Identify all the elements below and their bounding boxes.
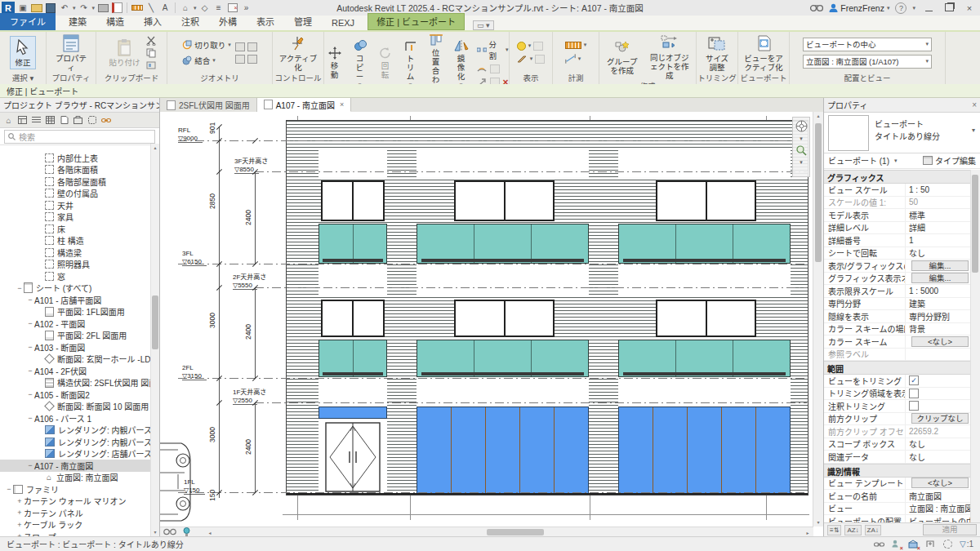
minus-expander-icon[interactable]: −: [16, 284, 24, 292]
qat-overflow-icon[interactable]: »: [241, 2, 252, 13]
browser-sheet-icon[interactable]: [59, 115, 69, 126]
reveal-hidden-icon[interactable]: [517, 42, 526, 51]
revit-logo-icon[interactable]: R: [2, 2, 15, 14]
wall-opening-icon[interactable]: [235, 42, 245, 51]
vertical-opening-icon[interactable]: [235, 55, 245, 64]
tree-item[interactable]: 天井: [0, 199, 151, 211]
browser-group-icon[interactable]: [87, 115, 97, 126]
undo-icon[interactable]: ↶: [59, 2, 70, 13]
view-tab-a107[interactable]: A107 - 南立面図 ×: [257, 98, 352, 112]
property-value[interactable]: 標準: [905, 209, 971, 221]
panel-label-viewport[interactable]: ビューポート: [738, 73, 789, 84]
worksets-icon[interactable]: ×: [908, 540, 919, 549]
level-label[interactable]: 2F天井高さ▽5550: [233, 273, 266, 290]
wheel-caret-icon[interactable]: ▾: [800, 136, 803, 142]
help-caret-icon[interactable]: ▾: [912, 5, 915, 11]
browser-schedule-icon[interactable]: [45, 115, 56, 126]
window-3f-left[interactable]: [321, 180, 385, 221]
property-value-button[interactable]: クリップなし: [911, 413, 969, 424]
design-options-icon[interactable]: [925, 540, 936, 549]
level-label[interactable]: 3F天井高さ▽8550: [234, 158, 268, 174]
properties-section-header[interactable]: 範囲: [824, 361, 971, 375]
instance-filter[interactable]: ビューポート (1): [828, 154, 889, 167]
minus-expander-icon[interactable]: −: [26, 461, 34, 469]
property-value[interactable]: 22659.2: [905, 425, 971, 438]
tree-item[interactable]: +ケーブル ラック: [0, 519, 151, 531]
minus-expander-icon[interactable]: −: [26, 343, 34, 351]
tree-item[interactable]: −ファミリ: [0, 483, 151, 495]
panel-label-select[interactable]: 選択 ▾: [0, 73, 46, 84]
search-binoculars-icon[interactable]: [810, 3, 823, 12]
tree-item[interactable]: レンダリング: 内観パース 2_1: [0, 436, 151, 448]
tree-item[interactable]: +スロープ: [0, 531, 151, 536]
offset-icon[interactable]: [477, 64, 488, 74]
properties-section-header[interactable]: 識別情報: [824, 464, 971, 478]
type-selector-caret-icon[interactable]: ▾: [972, 127, 975, 134]
property-value[interactable]: 南立面図: [905, 490, 971, 502]
tree-item[interactable]: −A101 - 店舗平面図: [0, 294, 151, 306]
level-label[interactable]: RFL▽9000: [178, 127, 203, 143]
tree-item[interactable]: −シート (すべて): [0, 282, 151, 295]
tree-item[interactable]: −A102 - 平面図: [0, 318, 151, 330]
tree-item[interactable]: レンダリング: 店舗パース: [0, 448, 151, 460]
minus-expander-icon[interactable]: −: [5, 485, 13, 493]
window-2f-middle[interactable]: [454, 300, 555, 337]
selection-filter[interactable]: ▽ :1: [960, 540, 973, 549]
tab-manage[interactable]: 管理: [284, 13, 322, 30]
minimize-button[interactable]: [921, 3, 936, 13]
property-value[interactable]: 詳細: [905, 222, 971, 234]
canvas-scroll-down-icon[interactable]: ▾: [814, 518, 822, 527]
browser-link-icon[interactable]: [100, 115, 111, 126]
tree-item[interactable]: −A104 - 2F伏図: [0, 365, 151, 377]
sort-az-icon[interactable]: AZ↓: [844, 525, 861, 535]
copy-to-clipboard-icon[interactable]: [146, 47, 157, 58]
property-value-button[interactable]: <なし>: [911, 478, 969, 488]
tree-item[interactable]: 構造梁: [0, 247, 151, 259]
property-value[interactable]: 背景: [905, 323, 971, 335]
dimension-value[interactable]: 2400: [243, 198, 253, 238]
dimension-value[interactable]: 2400: [243, 312, 253, 353]
window-2f-left[interactable]: [321, 300, 385, 337]
tab-architecture[interactable]: 建築: [59, 13, 96, 30]
browser-search-input[interactable]: 検索: [4, 130, 155, 144]
drawing-canvas[interactable]: RFL▽90003F天井高さ▽85503FL▽61502F天井高さ▽55502F…: [160, 112, 813, 527]
scroll-up-icon[interactable]: ▴: [151, 144, 159, 152]
browser-family-icon[interactable]: [73, 115, 83, 126]
tree-item[interactable]: 内部仕上表: [0, 152, 151, 164]
tree-item[interactable]: 断面図: 断面図 10 図面用: [0, 401, 151, 413]
minus-expander-icon[interactable]: −: [26, 295, 34, 304]
tree-item[interactable]: +カーテン パネル: [0, 507, 151, 519]
tab-view[interactable]: 表示: [247, 13, 284, 30]
spandrel-3f-right[interactable]: [618, 224, 791, 264]
tree-item[interactable]: レンダリング: 内観パース 1_1: [0, 424, 151, 437]
tree-item[interactable]: 平面図: 2FL 図面用: [0, 330, 151, 342]
property-value[interactable]: なし: [905, 247, 971, 260]
level-label[interactable]: 2FL▽3150: [182, 364, 207, 380]
restore-button[interactable]: [942, 3, 956, 13]
export-icon[interactable]: [111, 2, 122, 13]
window-3f-right[interactable]: [656, 180, 756, 221]
view-select[interactable]: 立面図 : 南立面図 (1/A107) ▾: [803, 55, 932, 69]
panel-label-place[interactable]: 配置とビュー: [790, 73, 945, 84]
undo-caret-icon[interactable]: ▾: [73, 5, 76, 11]
join-geometry-button[interactable]: 結合 ▾: [181, 55, 231, 66]
exclude-options-icon[interactable]: [942, 540, 953, 549]
spandrel-3f-middle[interactable]: [416, 224, 589, 264]
property-value[interactable]: 立面図 : 南立面図 (1/...: [905, 503, 971, 515]
tree-item[interactable]: 窓: [0, 270, 151, 282]
browser-views-icon[interactable]: [17, 115, 28, 126]
section-icon[interactable]: ◇: [199, 2, 211, 13]
property-value-button[interactable]: 編集...: [911, 273, 969, 283]
tab-annotate[interactable]: 注釈: [172, 13, 209, 30]
viewport-position-select[interactable]: ビューポートの中心 ▾: [803, 38, 932, 51]
rotate-button[interactable]: 回転: [376, 45, 395, 81]
checkbox-checked[interactable]: ✓: [909, 375, 919, 385]
browser-scroll-thumb[interactable]: [152, 295, 158, 349]
reveal-hidden-glasses-icon[interactable]: [163, 528, 176, 535]
create-group-button[interactable]: グループを作成: [603, 36, 642, 77]
level-label[interactable]: 1F天井高さ▽2550: [233, 389, 266, 405]
editing-requests-icon[interactable]: ×: [891, 540, 902, 549]
tree-item[interactable]: 各階部屋面積: [0, 176, 151, 188]
property-value[interactable]: 1 : 50: [905, 184, 971, 196]
default-3d-view-icon[interactable]: ⌂: [180, 2, 191, 13]
